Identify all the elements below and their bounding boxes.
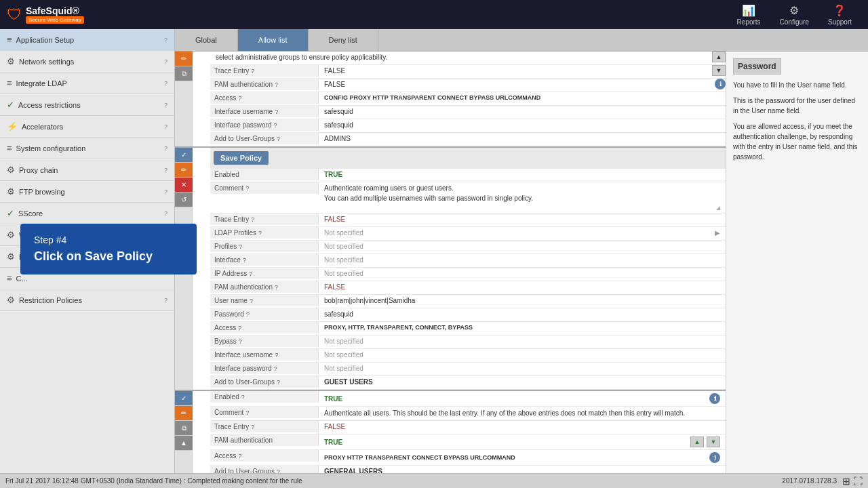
sidebar-item-application-setup[interactable]: ≡ Application Setup ? [0,29,174,51]
help-icon-7: ? [164,188,167,195]
action-delete-2[interactable]: ✕ [175,178,193,192]
pam-value-2: FALSE [319,281,726,293]
trace-label-1: Trace Entry ? [210,65,319,77]
access-help-3[interactable]: ? [238,453,241,460]
pam-help-2[interactable]: ? [275,284,278,291]
sidebar-item-integrate-ldap[interactable]: ≡ Integrate LDAP ? [0,73,174,94]
tab-deny[interactable]: Deny list [309,29,378,51]
status-bar: Fri Jul 21 2017 16:12:48 GMT+0530 (India… [0,473,868,488]
bypass-help-2[interactable]: ? [239,338,242,345]
comment-help-2[interactable]: ? [245,185,249,192]
action-enabled-2[interactable]: ✓ [175,148,193,163]
pam-value-1: FALSE [319,79,715,90]
sidebar-item-accelerators[interactable]: ⚡ Accelerators ? [0,116,174,138]
sidebar-item-access-restrictions[interactable]: ✓ Access restrictions ? [0,94,174,116]
iface-user-help-1[interactable]: ? [275,108,278,115]
app-setup-icon: ≡ [7,35,12,45]
comment-help-3[interactable]: ? [245,409,249,416]
main-panel: ✏ ⧉ select administrative groups to ensu… [175,52,868,473]
policy-block-2: ✓ ✏ ✕ ↺ Save Policy [175,148,726,391]
row-groups-3: Add to User-Groups ? GENERAL USERS [210,466,726,473]
bypass-label-2: Bypass ? [210,336,319,347]
groups-help-1[interactable]: ? [277,136,280,142]
iface-pass-value-2: Not specified [319,363,726,374]
sidebar-item-system-config[interactable]: ≡ System configuration ? [0,138,174,159]
trace-help-2[interactable]: ? [251,216,254,223]
sidebar-item-ftp-browsing[interactable]: ⚙ FTP browsing ? [0,181,174,203]
logo-tagline: Secure Web Gateway [26,16,84,24]
profiles-help-2[interactable]: ? [239,243,242,250]
sidebar-item-restriction-policies[interactable]: ⚙ Restriction Policies ? [0,289,174,311]
ldap-help-2[interactable]: ? [258,230,262,237]
scroll-up-3[interactable]: ▲ [690,436,704,447]
interface-help-2[interactable]: ? [243,257,246,264]
ldap-icon: ≡ [7,78,12,88]
tab-global[interactable]: Global [175,29,238,51]
sidebar-label: FTP browsing [19,188,160,196]
username-help-2[interactable]: ? [250,298,253,304]
info-btn-1[interactable]: ℹ [715,79,726,89]
access-help-2[interactable]: ? [238,325,241,331]
row-profiles-2: Profiles ? Not specified [210,241,726,254]
status-text: Fri Jul 21 2017 16:12:48 GMT+0530 (India… [5,477,302,485]
reports-icon: 📊 [742,4,755,17]
nav-support-label: Support [828,18,852,26]
pam-label-2: PAM authentication ? [210,281,319,293]
save-policy-button[interactable]: Save Policy [214,151,269,165]
row-access-3: Access ? PROXY HTTP TRANSPARENT CONNECT … [210,450,726,466]
action-enabled-3[interactable]: ✓ [175,391,193,406]
scroll-down-3[interactable]: ▼ [707,436,720,447]
trace-help-3[interactable]: ? [251,424,254,430]
right-panel: Password You have to fill in the User na… [726,52,868,473]
trace-help-1[interactable]: ? [251,68,254,75]
pam-help-1[interactable]: ? [275,81,278,88]
enabled-help-3[interactable]: ? [241,394,245,401]
iface-pass-help-1[interactable]: ? [274,122,277,129]
scroll-down-1[interactable]: ▼ [712,65,726,76]
sidebar-label: Restriction Policies [19,296,160,304]
trace-label-2: Trace Entry ? [210,214,319,225]
textarea-corner: ◢ [716,205,720,211]
scroll-up-btn-1[interactable]: ▲ [712,52,726,62]
access-label-3: Access ? [210,450,319,462]
action-edit-3[interactable]: ✏ [175,406,193,421]
action-up-3[interactable]: ▲ [175,436,193,451]
iface-pass-help-2[interactable]: ? [274,365,277,372]
action-copy-1[interactable]: ⧉ [175,66,193,81]
info-btn-access-3[interactable]: ℹ [709,452,720,463]
password-help-2[interactable]: ? [246,311,250,318]
info-btn-3[interactable]: ℹ [709,393,720,404]
row-enabled-2: Enabled TRUE [210,169,726,182]
action-reset-2[interactable]: ↺ [175,192,193,207]
bypass-value-2: Not specified [319,336,726,347]
logo-name: SafeSquid® [26,5,84,16]
interface-label-2: Interface ? [210,254,319,266]
access-help-1[interactable]: ? [238,95,241,102]
zoom-icon[interactable]: ⊞ [842,476,850,487]
sidebar-item-proxy-chain[interactable]: ⚙ Proxy chain ? [0,159,174,181]
action-edit-2[interactable]: ✏ [175,163,193,178]
ip-help-2[interactable]: ? [249,270,252,277]
nav-configure[interactable]: ⚙ Configure [770,0,818,30]
scroll-down-btn-1[interactable]: ▼ [712,65,726,76]
groups-value-1: ADMINS [319,133,726,144]
nav-reports[interactable]: 📊 Reports [728,0,770,30]
scroll-up-1[interactable]: ▲ [712,52,726,62]
groups-label-2: Add to User-Groups ? [210,376,319,388]
nav-support[interactable]: ❓ Support [818,0,861,30]
groups-label-1: Add to User-Groups ? [210,133,319,144]
row-password-2: Password ? safesquid [210,308,726,322]
sidebar-item-network-settings[interactable]: ⚙ Network settings ? [0,51,174,73]
tab-allow[interactable]: Allow list [238,29,309,51]
iface-user-help-2[interactable]: ? [275,352,278,359]
fullscreen-icon[interactable]: ⛶ [853,476,863,487]
policy-block-3: ✓ ✏ ⧉ ▲ Enabled ? TRUE ℹ [175,391,726,473]
action-copy-3[interactable]: ⧉ [175,421,193,436]
action-edit-1[interactable]: ✏ [175,52,193,66]
groups-help-3[interactable]: ? [277,468,280,474]
groups-help-2[interactable]: ? [277,379,280,386]
help-icon-12: ? [164,297,167,304]
ip-label-2: IP Address ? [210,268,319,279]
sidebar-item-sscore[interactable]: ✓ SScore ? [0,203,174,224]
pam-label-3: PAM authentication [210,434,319,446]
